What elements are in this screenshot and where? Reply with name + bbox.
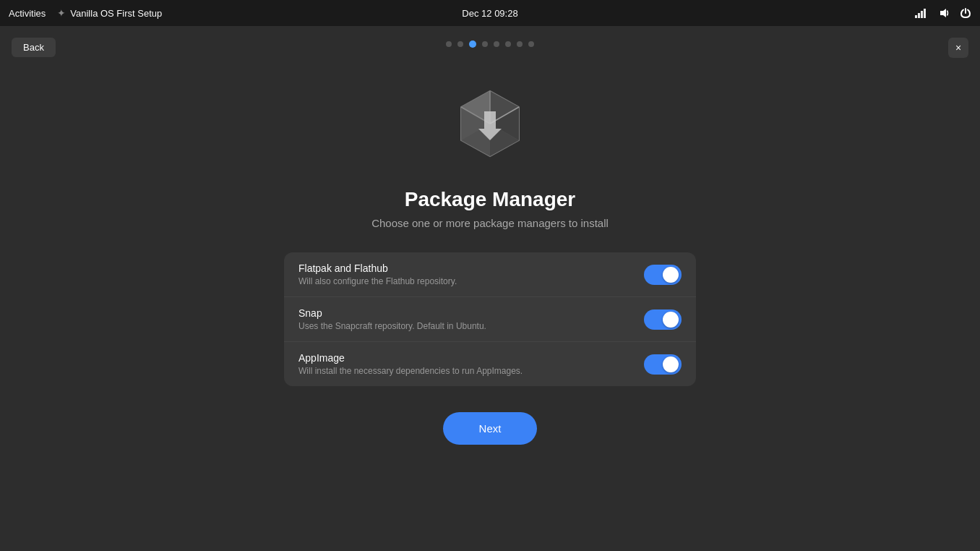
snap-text-group: Snap Uses the Snapcraft repository. Defa… — [298, 307, 486, 331]
page-title: Package Manager — [405, 188, 576, 211]
appimage-toggle-track — [644, 354, 682, 375]
svg-marker-4 — [940, 9, 946, 17]
logo-area — [447, 84, 533, 171]
svg-rect-2 — [921, 11, 923, 18]
back-button[interactable]: Back — [12, 38, 56, 57]
appimage-option-row: AppImage Will install the necessary depe… — [284, 342, 696, 386]
dot-8 — [528, 41, 534, 47]
flatpak-toggle[interactable] — [644, 265, 682, 285]
flatpak-toggle-thumb — [663, 267, 679, 283]
svg-rect-1 — [918, 13, 920, 18]
content-area: Back × Packag — [0, 26, 980, 551]
appimage-title: AppImage — [298, 352, 523, 364]
svg-rect-3 — [924, 9, 926, 18]
options-card: Flatpak and Flathub Will also configure … — [284, 252, 696, 386]
power-icon[interactable] — [960, 7, 971, 19]
app-name: Vanilla OS First Setup — [70, 8, 162, 19]
flatpak-title: Flatpak and Flathub — [298, 262, 457, 274]
network-icon — [915, 8, 928, 18]
dot-5 — [494, 41, 499, 47]
appimage-text-group: AppImage Will install the necessary depe… — [298, 352, 523, 376]
next-button[interactable]: Next — [443, 412, 538, 445]
top-bar-left: Activities ✦ Vanilla OS First Setup — [9, 7, 162, 19]
top-bar: Activities ✦ Vanilla OS First Setup Dec … — [0, 0, 980, 26]
dot-7 — [517, 41, 523, 47]
dot-1 — [446, 41, 452, 47]
flatpak-option-row: Flatpak and Flathub Will also configure … — [284, 252, 696, 297]
progress-dots — [446, 40, 534, 48]
snap-desc: Uses the Snapcraft repository. Default i… — [298, 321, 486, 331]
page-subtitle: Choose one or more package managers to i… — [371, 217, 609, 229]
package-manager-icon — [447, 84, 533, 171]
flatpak-toggle-track — [644, 265, 682, 285]
snap-toggle-thumb — [663, 312, 679, 328]
dot-2 — [457, 41, 463, 47]
top-bar-right — [915, 7, 971, 19]
snap-title: Snap — [298, 307, 486, 319]
app-title-area: ✦ Vanilla OS First Setup — [57, 7, 162, 19]
appimage-toggle[interactable] — [644, 354, 682, 375]
app-icon: ✦ — [57, 7, 66, 19]
svg-rect-0 — [915, 15, 917, 18]
snap-option-row: Snap Uses the Snapcraft repository. Defa… — [284, 297, 696, 342]
activities-button[interactable]: Activities — [9, 8, 46, 19]
datetime-display: Dec 12 09:28 — [462, 8, 517, 19]
dot-3 — [469, 40, 476, 48]
snap-toggle-track — [644, 309, 682, 330]
close-button[interactable]: × — [948, 38, 968, 58]
flatpak-desc: Will also configure the Flathub reposito… — [298, 276, 457, 286]
dot-6 — [505, 41, 511, 47]
flatpak-text-group: Flatpak and Flathub Will also configure … — [298, 262, 457, 286]
appimage-desc: Will install the necessary dependencies … — [298, 366, 523, 376]
snap-toggle[interactable] — [644, 309, 682, 330]
appimage-toggle-thumb — [663, 356, 679, 372]
dot-4 — [482, 41, 488, 47]
audio-icon — [938, 7, 950, 19]
